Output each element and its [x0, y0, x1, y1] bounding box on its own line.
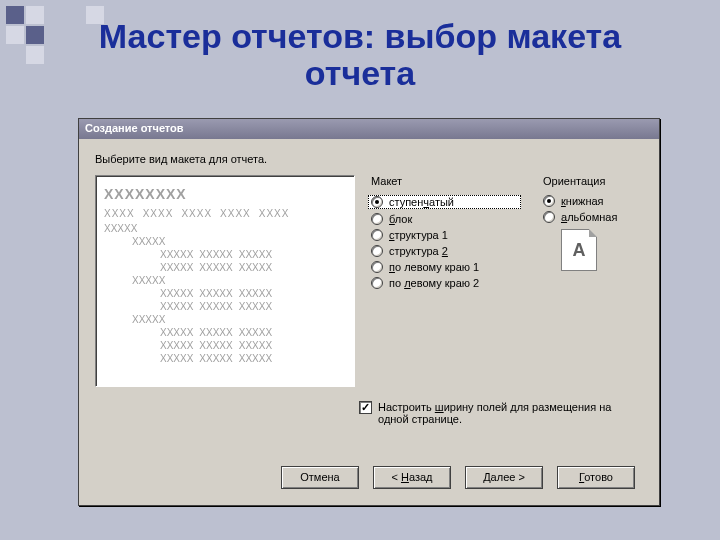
orientation-option-portrait[interactable]: книжная: [543, 195, 617, 207]
option-label: ступенчатый: [389, 196, 454, 208]
option-label: альбомная: [561, 211, 617, 223]
radio-icon: [371, 261, 383, 273]
layout-group: Макет ступенчатый блок структура 1 струк…: [371, 175, 521, 387]
layout-option-block[interactable]: блок: [371, 213, 521, 225]
orientation-preview-icon: A: [561, 229, 597, 271]
adjust-width-option[interactable]: ✓ Настроить ширину полей для размещения …: [359, 401, 619, 425]
dialog-instruction: Выберите вид макета для отчета.: [79, 139, 659, 175]
checkbox-icon: ✓: [359, 401, 372, 414]
option-label: блок: [389, 213, 412, 225]
layout-option-outline2[interactable]: структура 2: [371, 245, 521, 257]
radio-icon: [371, 213, 383, 225]
checkbox-label: Настроить ширину полей для размещения на…: [378, 401, 619, 425]
radio-icon: [371, 196, 383, 208]
wizard-dialog: Создание отчетов Выберите вид макета для…: [78, 118, 660, 506]
radio-icon: [371, 245, 383, 257]
radio-icon: [543, 211, 555, 223]
option-label: по левому краю 2: [389, 277, 479, 289]
layout-option-align-left2[interactable]: по левому краю 2: [371, 277, 521, 289]
layout-group-label: Макет: [371, 175, 521, 187]
radio-icon: [371, 229, 383, 241]
layout-preview: XXXXXXXX XXXXXXXXXXXXXXXXXXXX XXXXX XXXX…: [95, 175, 355, 387]
option-label: структура 1: [389, 229, 448, 241]
page-title: Мастер отчетов: выбор макета отчета: [40, 18, 680, 93]
layout-option-outline1[interactable]: структура 1: [371, 229, 521, 241]
option-label: структура 2: [389, 245, 448, 257]
back-button[interactable]: < Назад: [373, 466, 451, 489]
orientation-option-landscape[interactable]: альбомная: [543, 211, 617, 223]
cancel-button[interactable]: Отмена: [281, 466, 359, 489]
finish-button[interactable]: Готово: [557, 466, 635, 489]
dialog-titlebar: Создание отчетов: [79, 119, 659, 139]
option-label: книжная: [561, 195, 604, 207]
next-button[interactable]: Далее >: [465, 466, 543, 489]
orientation-group-label: Ориентация: [543, 175, 617, 187]
layout-option-stepped[interactable]: ступенчатый: [368, 195, 521, 209]
layout-option-align-left1[interactable]: по левому краю 1: [371, 261, 521, 273]
radio-icon: [543, 195, 555, 207]
slide-corner-decoration: [0, 0, 110, 70]
option-label: по левому краю 1: [389, 261, 479, 273]
radio-icon: [371, 277, 383, 289]
orientation-group: Ориентация книжная альбомная A: [543, 175, 617, 387]
